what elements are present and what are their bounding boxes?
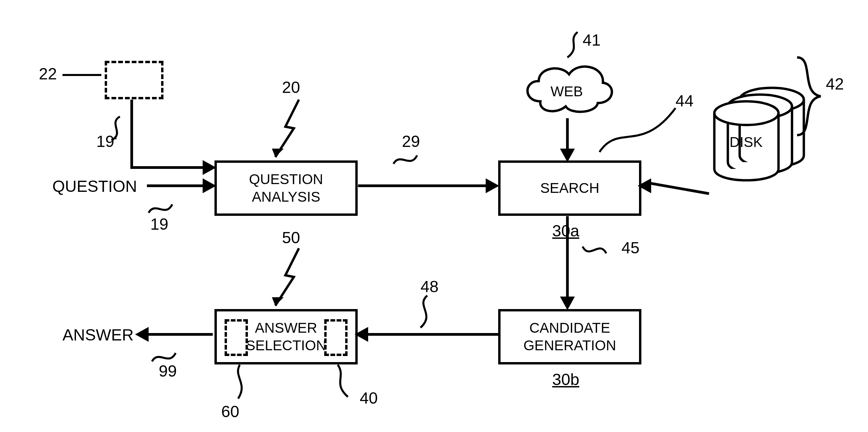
svg-marker-3 [272, 149, 284, 157]
ref-45: 45 [621, 240, 639, 256]
leader-41 [551, 30, 584, 61]
ref-99: 99 [159, 363, 177, 379]
ref-19: 19 [150, 216, 168, 232]
context-box [105, 61, 163, 99]
arrow-cg-to-as [366, 333, 498, 336]
ref-30a: 30a [552, 223, 579, 239]
arrow-cg-to-as-head [355, 327, 368, 342]
diagram-canvas: QUESTION ANSWER QUESTION ANALYSIS SEARCH… [0, 0, 868, 432]
ref-42: 42 [826, 76, 844, 92]
ref-29: 29 [402, 133, 420, 150]
ref-20: 20 [282, 79, 300, 96]
ref-arrow-20 [265, 98, 306, 162]
answer-selection-sub-right [324, 319, 348, 356]
arrow-qa-to-search-head [486, 178, 499, 193]
leader-22 [61, 71, 105, 84]
svg-marker-4 [272, 297, 284, 306]
arrow-qa-to-search [358, 184, 486, 187]
arrow-question-to-qa-head [203, 178, 216, 193]
question-analysis-block: QUESTION ANALYSIS [214, 160, 358, 216]
ref-arrow-50 [265, 247, 306, 311]
leader-19 [147, 194, 187, 218]
candidate-generation-text: CANDIDATE GENERATION [501, 319, 639, 355]
ref-22: 22 [39, 66, 57, 82]
leader-45 [581, 236, 621, 260]
ref-48: 48 [420, 279, 438, 295]
arrow-search-to-cg-head [560, 297, 575, 310]
search-block: SEARCH [498, 160, 641, 216]
arrow-as-to-answer [147, 333, 213, 336]
arrow-as-to-answer-head [135, 327, 149, 342]
ref-40: 40 [360, 390, 378, 406]
question-analysis-text: QUESTION ANALYSIS [217, 171, 355, 206]
arrow-question-to-qa [147, 184, 204, 187]
candidate-generation-block: CANDIDATE GENERATION [498, 309, 641, 364]
arrow-web-to-search [566, 118, 569, 150]
arrow-web-to-search-head [560, 149, 575, 162]
question-label: QUESTION [52, 178, 137, 195]
ref-44: 44 [675, 93, 693, 109]
svg-point-2 [714, 101, 778, 125]
ref-19p: 19' [96, 133, 118, 150]
ref-30b: 30b [552, 372, 579, 388]
arrow-ctx-head [203, 160, 216, 175]
arrow-ctx-horz [130, 166, 205, 169]
brace-42 [795, 56, 826, 137]
answer-selection-sub-left [225, 319, 248, 356]
arrow-ctx-vert [130, 100, 133, 169]
ref-41: 41 [583, 32, 601, 48]
ref-50: 50 [282, 230, 300, 246]
web-text: WEB [551, 84, 583, 99]
leader-44 [598, 103, 682, 154]
arrow-disk-to-search-head [638, 178, 651, 193]
leader-40 [333, 363, 363, 400]
disk-stack-icon [701, 83, 806, 184]
leader-60 [230, 363, 257, 404]
ref-60: 60 [221, 404, 239, 420]
search-text: SEARCH [540, 179, 599, 197]
arrow-disk-to-search [649, 182, 709, 195]
disk-text: DISK [730, 135, 763, 149]
leader-48 [409, 294, 442, 331]
answer-label: ANSWER [62, 327, 134, 343]
